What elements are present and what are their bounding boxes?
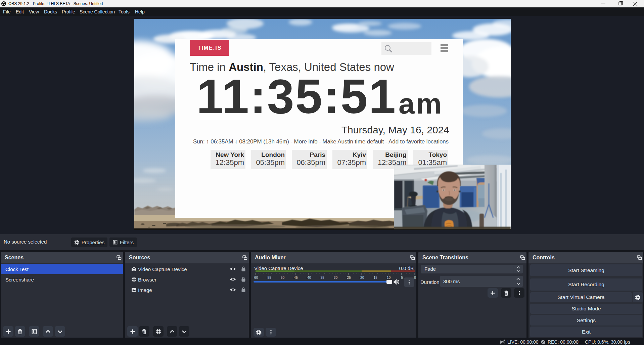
svg-text:-30: -30 (333, 276, 338, 279)
svg-text:-10: -10 (386, 276, 391, 279)
svg-text:-20: -20 (359, 276, 364, 279)
svg-text:-55: -55 (266, 276, 271, 279)
svg-text:-35: -35 (319, 276, 324, 279)
svg-text:-40: -40 (306, 276, 311, 279)
svg-text:0: 0 (414, 276, 416, 279)
svg-text:-25: -25 (346, 276, 351, 279)
svg-text:-60: -60 (253, 276, 258, 279)
svg-text:-45: -45 (293, 276, 298, 279)
svg-text:-15: -15 (372, 276, 377, 279)
svg-text:-50: -50 (280, 276, 285, 279)
svg-text:-5: -5 (400, 276, 403, 279)
